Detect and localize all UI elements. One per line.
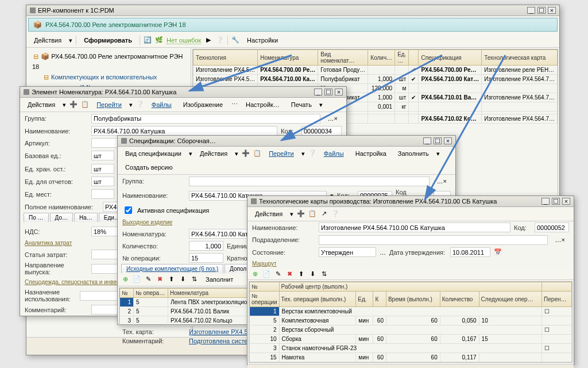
- edit-icon[interactable]: ✎: [274, 270, 282, 278]
- col-ed[interactable]: Ед. …: [395, 50, 409, 66]
- nom-min-button[interactable]: _: [314, 89, 322, 95]
- spec-fill[interactable]: Заполнить: [394, 148, 433, 159]
- col-nomenclature[interactable]: Номенклатура: [258, 50, 318, 66]
- nom-name-input[interactable]: [91, 126, 277, 136]
- copy-icon[interactable]: 📋: [308, 210, 316, 218]
- tk-max-button[interactable]: ☐: [552, 198, 560, 205]
- down-icon[interactable]: ⬇: [308, 270, 316, 278]
- col-chk[interactable]: [409, 50, 419, 66]
- nom-edo-input[interactable]: [91, 177, 114, 186]
- spec-max-button[interactable]: ☐: [434, 137, 442, 144]
- nom-goto[interactable]: Перейти: [92, 99, 126, 110]
- nom-files[interactable]: Файлы: [148, 99, 176, 110]
- sform-button[interactable]: Сформировать: [80, 35, 136, 45]
- add-icon[interactable]: ➕: [297, 210, 305, 218]
- tk-min-button[interactable]: _: [541, 198, 550, 205]
- play-icon[interactable]: ▶: [204, 36, 212, 44]
- edit-icon[interactable]: ✎: [144, 275, 152, 283]
- up-icon[interactable]: ⬆: [167, 275, 175, 283]
- delete-icon[interactable]: ✖: [285, 270, 293, 278]
- no-errors-link[interactable]: Нет ошибок: [167, 37, 201, 44]
- tree-root[interactable]: РХ4.564.700.00 Реле электромагнитное РЭН…: [32, 53, 183, 70]
- copy-row-icon[interactable]: 📄: [133, 275, 141, 283]
- goto-icon[interactable]: ↗: [320, 210, 328, 218]
- tk-close-button[interactable]: ×: [562, 198, 570, 205]
- copy-icon[interactable]: 📋: [253, 150, 261, 158]
- tk-state-input[interactable]: [319, 247, 376, 257]
- nom-tab[interactable]: До…: [50, 213, 73, 222]
- add-icon[interactable]: ➕: [69, 101, 78, 109]
- col-spec[interactable]: Спецификация: [419, 50, 482, 66]
- grid-row[interactable]: Изготовление РХ4.5…РХ4.564.700.00 Ре…Гот…: [193, 66, 557, 75]
- nom-image[interactable]: Изображение: [179, 99, 227, 110]
- nom-tab[interactable]: По …: [24, 213, 49, 222]
- sel-button[interactable]: …×: [551, 235, 569, 245]
- tk-name-input[interactable]: [319, 223, 510, 232]
- tree-icon[interactable]: 🌿: [155, 36, 163, 44]
- nom-close-button[interactable]: ×: [335, 89, 343, 95]
- tk-row-op[interactable]: 15Намоткамин60600,117: [250, 353, 572, 362]
- copy-icon[interactable]: 📋: [81, 101, 89, 109]
- copy-row-icon[interactable]: 📄: [262, 270, 270, 278]
- actions-menu[interactable]: Действия: [30, 35, 65, 45]
- delete-icon[interactable]: ✖: [156, 275, 164, 283]
- minimize-button[interactable]: _: [527, 7, 535, 14]
- help-icon[interactable]: ❔: [308, 150, 316, 158]
- tk-date-input[interactable]: [450, 247, 490, 257]
- tk-row-op[interactable]: 5Комплектовочнаямин60600,05010: [250, 316, 572, 325]
- add-row-icon[interactable]: ⊕: [121, 275, 129, 283]
- spec-settings[interactable]: Настройка: [351, 148, 390, 159]
- add-row-icon[interactable]: ⊕: [251, 270, 259, 278]
- maximize-button[interactable]: ☐: [537, 7, 546, 14]
- tk-row-op[interactable]: 10Сборкамин60600,16715: [250, 335, 572, 344]
- col-qty[interactable]: Колич…: [368, 50, 395, 66]
- spec-qty-input[interactable]: [189, 241, 223, 251]
- col-vid[interactable]: Вид номенклат…: [318, 50, 368, 66]
- help-icon[interactable]: ❔: [331, 210, 339, 218]
- nom-settings[interactable]: Настройк…: [242, 99, 284, 110]
- sort-icon[interactable]: ⇅: [190, 275, 198, 283]
- sort-icon[interactable]: ⇅: [320, 270, 328, 278]
- select-button[interactable]: …×: [324, 113, 342, 124]
- tk-actions[interactable]: Действия: [251, 209, 287, 219]
- nom-bed-input[interactable]: [91, 151, 114, 160]
- spec-op-input[interactable]: [189, 253, 223, 263]
- tk-code-input[interactable]: [535, 223, 569, 232]
- spec-vid[interactable]: Вид спецификации: [121, 148, 185, 159]
- tk-row[interactable]: 3Станок намоточный FGR-23☐: [250, 344, 572, 353]
- tk-row[interactable]: 2Верстак сборочный☐: [250, 325, 572, 335]
- help-icon[interactable]: ❔: [216, 36, 224, 44]
- spec-group-input[interactable]: [189, 177, 430, 186]
- spec-min-button[interactable]: _: [423, 137, 431, 144]
- refresh-icon[interactable]: 🔄: [144, 36, 152, 44]
- tk-grid[interactable]: №Рабочий центр (выполн.) № операцииТех. …: [249, 281, 572, 363]
- nom-edm-input[interactable]: [91, 189, 114, 199]
- spec-ver[interactable]: Создать версию: [121, 162, 177, 172]
- nom-group-input[interactable]: [91, 114, 320, 124]
- up-icon[interactable]: ⬆: [297, 270, 305, 278]
- col-tech[interactable]: Технология: [193, 50, 257, 66]
- tab-source[interactable]: Исходные комплектующие (6 поз.): [121, 264, 223, 273]
- settings-button[interactable]: Настройки: [243, 35, 282, 45]
- nom-actions[interactable]: Действия: [24, 99, 59, 110]
- spec-goto[interactable]: Перейти: [265, 148, 298, 159]
- nom-tab[interactable]: На…: [74, 213, 98, 222]
- nom-max-button[interactable]: ☐: [324, 89, 332, 95]
- help-icon[interactable]: ❔: [136, 101, 144, 109]
- grid-row[interactable]: Изготовление РХ4.5…РХ4.564.710.00 Ка…Пол…: [193, 75, 557, 84]
- spec-files[interactable]: Файлы: [320, 148, 348, 159]
- spec-close-button[interactable]: ×: [444, 137, 452, 144]
- tk-row[interactable]: 1Верстак комплектовочный☐: [250, 307, 572, 316]
- sel-button[interactable]: …×: [433, 176, 451, 186]
- spec-actions[interactable]: Действия: [196, 148, 231, 159]
- nom-code-input[interactable]: [301, 126, 342, 136]
- col-tk[interactable]: Технологическая карта: [482, 50, 558, 66]
- add-icon[interactable]: ➕: [242, 150, 250, 158]
- nom-print[interactable]: Печать: [287, 99, 316, 110]
- nom-edh-input[interactable]: [91, 164, 114, 174]
- close-button[interactable]: ×: [548, 7, 556, 14]
- spec-active-chk[interactable]: [125, 206, 132, 214]
- spec-fill2[interactable]: Заполнит: [202, 274, 237, 285]
- down-icon[interactable]: ⬇: [179, 275, 187, 283]
- dots-icon[interactable]: ⋯: [230, 101, 238, 109]
